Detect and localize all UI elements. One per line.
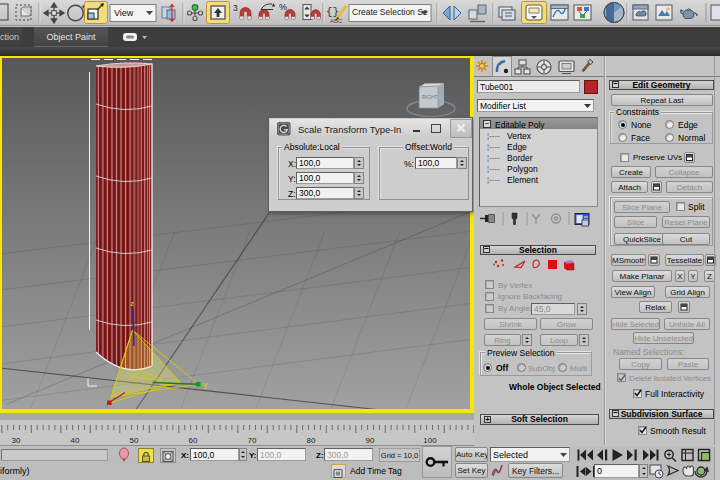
svg-text:30: 30	[12, 436, 21, 445]
svg-text:View: View	[114, 8, 134, 18]
svg-text:90: 90	[366, 436, 375, 445]
svg-text:80: 80	[307, 436, 316, 445]
svg-text:%: %	[279, 2, 287, 12]
svg-text:3: 3	[233, 3, 238, 13]
svg-text:40: 40	[71, 436, 80, 445]
svg-text:y: y	[204, 380, 208, 389]
svg-text:50: 50	[130, 436, 139, 445]
svg-text:RIGHT: RIGHT	[422, 94, 438, 100]
svg-text:70: 70	[248, 436, 257, 445]
svg-text:100: 100	[423, 436, 437, 445]
svg-text:60: 60	[189, 436, 198, 445]
svg-text:ABC: ABC	[330, 18, 343, 24]
svg-text:Create Selection Se: Create Selection Se	[352, 7, 428, 17]
svg-text:z: z	[130, 299, 134, 308]
